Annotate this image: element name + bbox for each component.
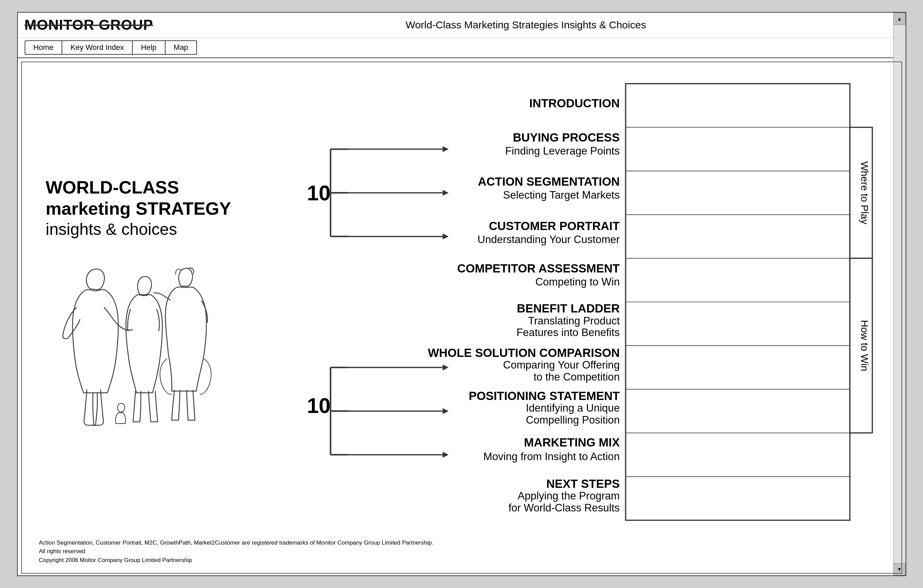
svg-text:How to Win: How to Win [859,320,870,371]
svg-text:Identifying a Unique: Identifying a Unique [526,402,619,414]
svg-text:NEXT STEPS: NEXT STEPS [546,477,620,490]
svg-text:ACTION SEGMENTATION: ACTION SEGMENTATION [478,175,620,188]
footer-line2: All rights reserved [39,547,884,556]
header: MONITOR GROUP World-Class Marketing Stra… [18,13,905,38]
nav-help[interactable]: Help [132,40,164,55]
svg-text:WHOLE SOLUTION COMPARISON: WHOLE SOLUTION COMPARISON [428,346,620,359]
main-content: WORLD-CLASS marketing STRATEGY insights … [21,62,902,574]
svg-marker-54 [442,364,448,370]
footer-line1: Action Segmentation, Customer Portrait, … [39,539,884,547]
svg-text:Features into Benefits: Features into Benefits [516,326,620,339]
svg-marker-56 [442,408,448,414]
nav-bar: Home Key Word Index Help Map [18,38,905,58]
nav-home[interactable]: Home [25,40,62,55]
footer-line3: Copyright 2006 Moitor Company Group Limi… [39,556,884,565]
svg-text:to the Competition: to the Competition [534,371,620,383]
svg-marker-43 [442,146,448,152]
title-line2: insights & choices [46,219,258,239]
left-section: WORLD-CLASS marketing STRATEGY insights … [32,69,271,535]
title-line1: WORLD-CLASS marketing STRATEGY [46,177,258,219]
svg-text:Understanding Your Customer: Understanding Your Customer [477,234,620,246]
diagram-svg: Where to Play How to Win INTRODUCTION BU… [271,69,891,535]
svg-text:POSITIONING STATEMENT: POSITIONING STATEMENT [468,389,619,402]
svg-text:Comparing Your Offering: Comparing Your Offering [503,359,620,371]
svg-text:Compelling Position: Compelling Position [526,414,619,426]
logo: MONITOR GROUP [25,17,153,33]
svg-text:Finding Leverage Points: Finding Leverage Points [505,145,620,157]
main-window: ▲ ▼ MONITOR GROUP World-Class Marketing … [17,12,906,576]
svg-text:INTRODUCTION: INTRODUCTION [529,97,619,110]
main-title: WORLD-CLASS marketing STRATEGY insights … [46,177,258,239]
diagram-area: Where to Play How to Win INTRODUCTION BU… [271,69,891,535]
svg-text:for World-Class Results: for World-Class Results [508,502,620,514]
svg-text:Moving from Insight to Action: Moving from Insight to Action [483,450,620,462]
svg-text:Translating Product: Translating Product [528,315,620,327]
nav-map[interactable]: Map [165,40,197,55]
header-title: World-Class Marketing Strategies Insight… [153,19,899,31]
svg-text:Where to Play: Where to Play [859,161,870,224]
svg-text:COMPETITOR ASSESSMENT: COMPETITOR ASSESSMENT [457,262,619,275]
svg-text:10: 10 [307,394,330,418]
right-section: Where to Play How to Win INTRODUCTION BU… [271,69,891,535]
silhouette-svg [46,256,237,427]
svg-text:Applying the Program: Applying the Program [517,490,620,502]
svg-text:Selecting Target Markets: Selecting Target Markets [503,189,620,201]
nav-keyword-index[interactable]: Key Word Index [62,40,132,55]
svg-marker-58 [442,452,448,458]
svg-marker-47 [442,234,448,239]
svg-text:10: 10 [307,181,330,205]
svg-text:MARKETING MIX: MARKETING MIX [524,436,620,449]
scroll-up-button[interactable]: ▲ [893,13,905,25]
svg-text:BUYING PROCESS: BUYING PROCESS [512,131,619,144]
svg-text:BENEFIT LADDER: BENEFIT LADDER [517,302,620,315]
content-area: WORLD-CLASS marketing STRATEGY insights … [32,69,891,535]
svg-marker-45 [442,190,448,195]
svg-text:Competing to Win: Competing to Win [535,276,620,288]
svg-text:CUSTOMER PORTRAIT: CUSTOMER PORTRAIT [489,219,620,233]
silhouette-illustration [46,256,237,427]
footer-text: Action Segmentation, Customer Portrait, … [32,535,891,567]
